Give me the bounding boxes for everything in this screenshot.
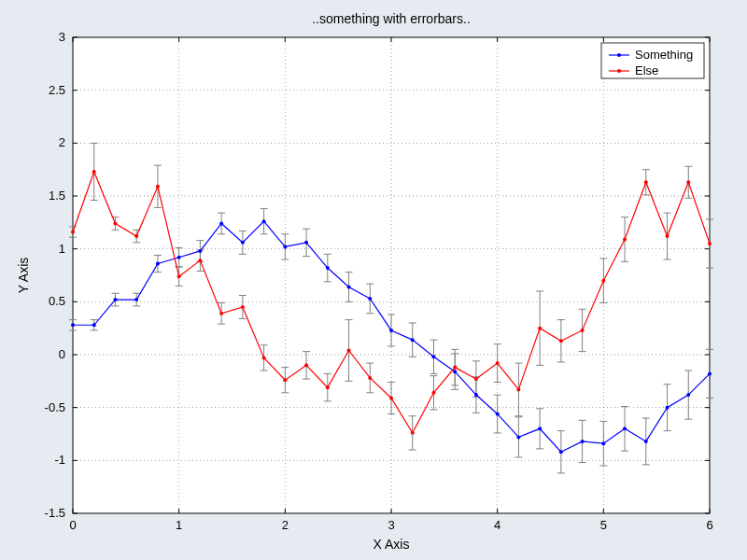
data-point (559, 450, 563, 454)
x-tick-label: 2 (282, 518, 289, 532)
x-tick-label: 1 (176, 518, 182, 532)
legend-label: Something (635, 48, 693, 62)
data-point (283, 378, 287, 382)
data-point (92, 170, 96, 174)
y-tick-label: -0.5 (45, 400, 65, 414)
data-point (496, 412, 500, 415)
y-tick-label: 0.5 (49, 294, 65, 308)
data-point (198, 259, 202, 262)
y-tick-label: 0 (59, 347, 65, 361)
data-point (262, 219, 266, 223)
data-point (71, 231, 75, 234)
data-point (156, 262, 160, 266)
data-point (347, 285, 351, 288)
data-point (474, 393, 478, 397)
data-point (241, 241, 245, 245)
data-point (431, 355, 435, 358)
data-point (304, 363, 308, 367)
x-tick-label: 5 (600, 518, 607, 532)
data-point (538, 327, 542, 330)
y-tick-label: 2 (59, 135, 65, 149)
data-point (686, 180, 690, 184)
data-point (368, 376, 372, 380)
y-axis-label: Y Axis (16, 258, 31, 294)
data-point (431, 391, 435, 395)
data-point (581, 440, 585, 443)
data-point (113, 298, 117, 301)
data-point (581, 329, 585, 332)
y-tick-label: -1 (54, 453, 65, 467)
data-point (241, 305, 245, 309)
data-point (538, 427, 542, 430)
data-point (666, 234, 669, 238)
data-point (601, 279, 605, 283)
y-tick-label: 1.5 (49, 189, 65, 203)
x-tick-label: 3 (388, 518, 394, 532)
data-point (156, 185, 160, 189)
data-point (368, 297, 372, 301)
data-point (304, 241, 308, 245)
y-tick-label: 1 (59, 242, 65, 256)
data-point (623, 237, 627, 241)
data-point (262, 356, 266, 359)
chart-container: 0123456-1.5-1-0.500.511.522.53..somethin… (0, 0, 747, 560)
x-tick-label: 4 (494, 518, 500, 532)
data-point (453, 366, 457, 370)
data-point (474, 377, 478, 381)
data-point (219, 221, 223, 225)
data-point (496, 361, 500, 365)
data-point (283, 245, 287, 248)
data-point (516, 387, 520, 391)
data-point (389, 396, 393, 399)
data-point (134, 234, 138, 238)
y-tick-label: -1.5 (45, 506, 65, 520)
data-point (601, 441, 605, 445)
data-point (686, 393, 690, 397)
data-point (389, 329, 393, 332)
chart-title: ..something with errorbars.. (312, 11, 471, 26)
data-point (71, 323, 75, 327)
data-point (177, 256, 181, 259)
svg-point-173 (617, 53, 621, 57)
x-tick-label: 0 (69, 518, 76, 532)
data-point (623, 427, 627, 430)
data-point (644, 440, 648, 443)
data-point (666, 406, 669, 410)
data-point (411, 431, 415, 435)
data-point (708, 371, 712, 375)
data-point (177, 274, 181, 278)
y-tick-label: 3 (59, 30, 65, 44)
legend-label: Else (635, 63, 658, 77)
data-point (644, 180, 648, 184)
data-point (198, 249, 202, 253)
data-point (326, 266, 330, 270)
svg-point-175 (617, 69, 621, 73)
data-point (559, 339, 563, 343)
data-point (453, 370, 457, 373)
chart-svg: 0123456-1.5-1-0.500.511.522.53..somethin… (0, 0, 747, 560)
data-point (326, 385, 330, 389)
x-axis-label: X Axis (374, 537, 410, 552)
data-point (113, 221, 117, 225)
data-point (516, 435, 520, 439)
data-point (219, 312, 223, 315)
x-tick-label: 6 (706, 518, 712, 532)
data-point (347, 348, 351, 352)
data-point (92, 323, 96, 327)
data-point (708, 242, 712, 245)
data-point (134, 298, 138, 301)
data-point (411, 338, 415, 342)
y-tick-label: 2.5 (49, 83, 65, 97)
